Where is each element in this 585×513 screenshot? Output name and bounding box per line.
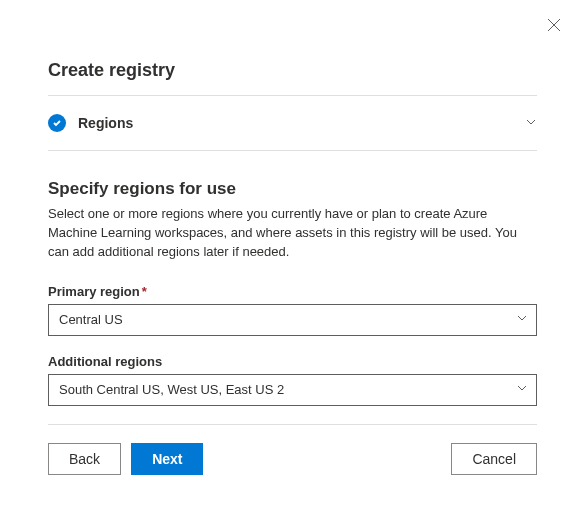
close-button[interactable] xyxy=(547,18,561,32)
additional-regions-value: South Central US, West US, East US 2 xyxy=(59,382,516,397)
form-heading: Specify regions for use xyxy=(48,179,537,199)
step-regions[interactable]: Regions xyxy=(48,96,537,151)
primary-region-select[interactable]: Central US xyxy=(48,304,537,336)
footer: Back Next Cancel xyxy=(48,424,537,493)
next-button[interactable]: Next xyxy=(131,443,203,475)
close-icon xyxy=(547,18,561,32)
primary-region-value: Central US xyxy=(59,312,516,327)
additional-regions-select[interactable]: South Central US, West US, East US 2 xyxy=(48,374,537,406)
chevron-down-icon xyxy=(516,312,528,327)
back-button[interactable]: Back xyxy=(48,443,121,475)
chevron-down-icon xyxy=(525,114,537,132)
check-icon xyxy=(48,114,66,132)
chevron-down-icon xyxy=(516,382,528,397)
primary-region-label: Primary region* xyxy=(48,284,537,299)
page-title: Create registry xyxy=(48,0,537,96)
cancel-button[interactable]: Cancel xyxy=(451,443,537,475)
additional-regions-label: Additional regions xyxy=(48,354,537,369)
step-label: Regions xyxy=(78,115,525,131)
form-description: Select one or more regions where you cur… xyxy=(48,205,537,262)
required-indicator: * xyxy=(142,284,147,299)
form-area: Specify regions for use Select one or mo… xyxy=(48,151,537,406)
primary-region-label-text: Primary region xyxy=(48,284,140,299)
